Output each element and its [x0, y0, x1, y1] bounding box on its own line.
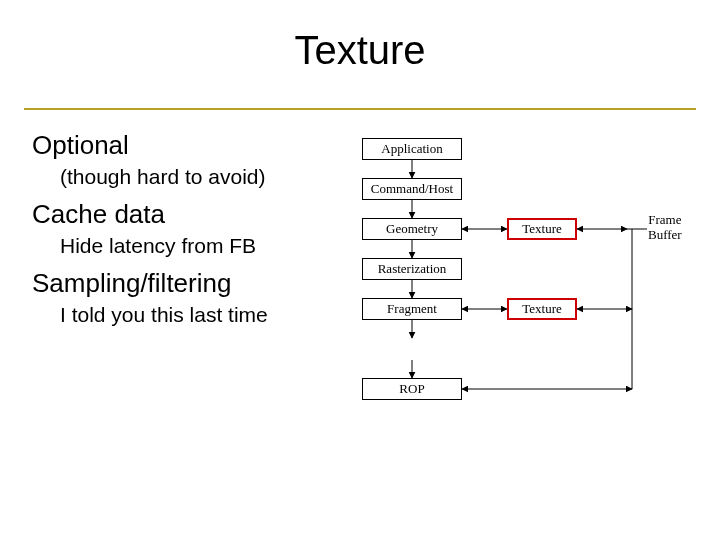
- point-cache: Cache data: [32, 199, 268, 230]
- box-texture-bottom: Texture: [507, 298, 577, 320]
- box-command: Command/Host: [362, 178, 462, 200]
- box-texture-top: Texture: [507, 218, 577, 240]
- content-area: Optional (though hard to avoid) Cache da…: [32, 124, 268, 337]
- point-optional-sub: (though hard to avoid): [60, 165, 268, 189]
- label-frame: Frame: [648, 212, 681, 227]
- point-sampling-sub: I told you this last time: [60, 303, 268, 327]
- box-rop: ROP: [362, 378, 462, 400]
- label-frame-buffer: Frame Buffer: [648, 213, 682, 243]
- box-fragment: Fragment: [362, 298, 462, 320]
- pipeline-diagram: Application Command/Host Geometry Raster…: [352, 138, 697, 438]
- slide-title: Texture: [0, 0, 720, 73]
- point-cache-sub: Hide latency from FB: [60, 234, 268, 258]
- box-rasterization: Rasterization: [362, 258, 462, 280]
- point-sampling: Sampling/filtering: [32, 268, 268, 299]
- box-application: Application: [362, 138, 462, 160]
- point-optional: Optional: [32, 130, 268, 161]
- label-buffer: Buffer: [648, 227, 682, 242]
- slide: Texture Optional (though hard to avoid) …: [0, 0, 720, 540]
- title-divider: [24, 108, 696, 110]
- box-geometry: Geometry: [362, 218, 462, 240]
